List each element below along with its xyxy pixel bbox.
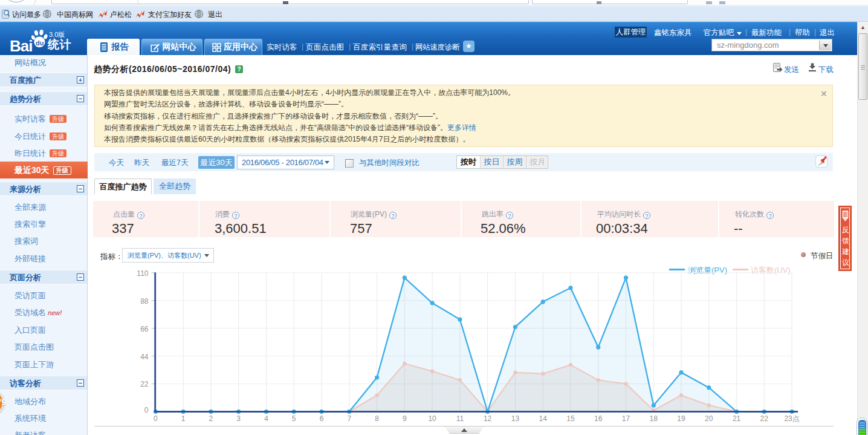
svg-text:19: 19 — [677, 414, 685, 423]
svg-text:1: 1 — [181, 414, 186, 423]
svg-text:22: 22 — [760, 414, 769, 423]
svg-text:23点: 23点 — [784, 414, 799, 423]
svg-text:2: 2 — [209, 414, 213, 423]
svg-text:11: 11 — [456, 414, 464, 423]
svg-text:9: 9 — [403, 414, 407, 423]
svg-text:20: 20 — [705, 414, 713, 423]
svg-text:du: du — [36, 39, 44, 47]
svg-text:66: 66 — [140, 325, 149, 333]
svg-text:5: 5 — [292, 414, 296, 423]
svg-text:16: 16 — [594, 414, 603, 423]
svg-text:10: 10 — [428, 414, 436, 423]
svg-text:3: 3 — [236, 414, 241, 423]
svg-text:44: 44 — [140, 353, 149, 361]
svg-text:88: 88 — [140, 297, 149, 306]
svg-text:13: 13 — [511, 414, 520, 423]
svg-text:0: 0 — [154, 414, 158, 423]
svg-text:15: 15 — [566, 414, 575, 423]
svg-text:17: 17 — [622, 414, 630, 423]
svg-text:18: 18 — [650, 414, 658, 423]
svg-text:4: 4 — [264, 414, 268, 423]
svg-text:21: 21 — [733, 414, 741, 423]
svg-text:0: 0 — [144, 406, 149, 414]
svg-text:22: 22 — [140, 380, 149, 388]
svg-text:110: 110 — [137, 269, 148, 278]
svg-text:12: 12 — [484, 414, 492, 423]
svg-text:8: 8 — [375, 414, 379, 423]
svg-text:14: 14 — [539, 414, 548, 423]
svg-text:7: 7 — [347, 414, 351, 423]
svg-text:6: 6 — [320, 414, 324, 423]
